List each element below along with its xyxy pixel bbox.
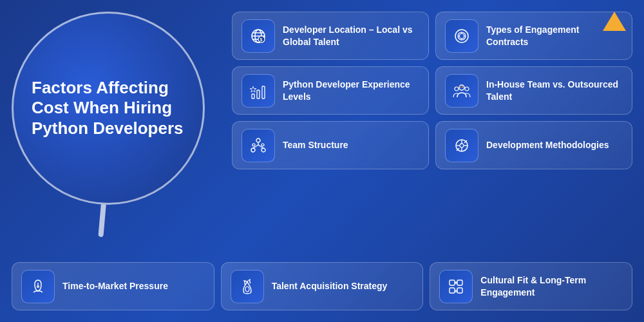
svg-point-23: [261, 144, 264, 146]
card-types-of-engagement-text: Types of Engagement Contracts: [486, 24, 623, 47]
card-cultural-fit-text: Cultural Fit & Long-Term Engagement: [480, 274, 623, 298]
acquisition-icon: [231, 270, 264, 303]
card-experience-levels[interactable]: Python Developer Experience Levels: [232, 66, 429, 115]
card-experience-levels-text: Python Developer Experience Levels: [283, 79, 419, 102]
svg-point-15: [465, 87, 469, 91]
card-inhouse-outsourced[interactable]: In-House Team vs. Outsourced Talent: [435, 66, 632, 115]
stars-icon: [242, 74, 275, 108]
hero-title: Factors Affecting Cost When Hiring Pytho…: [14, 59, 203, 158]
svg-text:$: $: [260, 37, 263, 43]
svg-rect-10: [257, 90, 260, 99]
svg-point-14: [455, 87, 459, 91]
card-team-structure-text: Team Structure: [283, 139, 348, 151]
svg-rect-11: [262, 86, 265, 99]
svg-rect-9: [252, 94, 254, 99]
hero-circle: Factors Affecting Cost When Hiring Pytho…: [12, 12, 205, 205]
svg-rect-31: [450, 288, 455, 293]
contract-icon: [445, 19, 478, 53]
svg-point-28: [245, 287, 249, 292]
bottom-row: Time-to-Market Pressure Talent Acquisiti…: [12, 262, 632, 310]
svg-marker-12: [250, 86, 256, 92]
svg-rect-32: [457, 288, 462, 293]
card-developer-location-text: Developer Location – Local vs Global Tal…: [283, 24, 419, 47]
card-time-to-market[interactable]: Time-to-Market Pressure: [12, 262, 214, 310]
card-types-of-engagement[interactable]: Types of Engagement Contracts: [435, 12, 632, 60]
svg-point-16: [256, 138, 260, 142]
card-dev-methodologies-text: Development Methodologies: [486, 139, 609, 151]
svg-point-7: [455, 30, 468, 43]
svg-point-22: [252, 144, 255, 146]
svg-point-17: [251, 148, 255, 152]
svg-point-18: [261, 148, 265, 152]
methodology-icon: [445, 129, 478, 162]
card-developer-location[interactable]: $ Developer Location – Local vs Global T…: [232, 12, 429, 60]
team-icon: [445, 74, 478, 108]
card-inhouse-outsourced-text: In-House Team vs. Outsourced Talent: [486, 79, 623, 102]
structure-icon: [242, 129, 275, 162]
card-talent-acquisition[interactable]: Talent Acquisition Strategy: [221, 262, 424, 310]
cards-grid: $ Developer Location – Local vs Global T…: [232, 12, 632, 176]
culture-icon: [439, 270, 473, 303]
card-cultural-fit[interactable]: Cultural Fit & Long-Term Engagement: [430, 262, 632, 310]
card-team-structure[interactable]: Team Structure: [232, 121, 429, 169]
svg-rect-29: [450, 280, 455, 285]
card-time-to-market-text: Time-to-Market Pressure: [62, 280, 168, 292]
svg-point-25: [460, 144, 464, 147]
pressure-icon: [21, 270, 55, 303]
globe-icon: $: [242, 19, 275, 53]
card-talent-acquisition-text: Talent Acquisition Strategy: [272, 280, 388, 292]
card-dev-methodologies[interactable]: Development Methodologies: [435, 121, 632, 169]
svg-rect-30: [457, 280, 462, 285]
svg-point-27: [37, 286, 39, 287]
